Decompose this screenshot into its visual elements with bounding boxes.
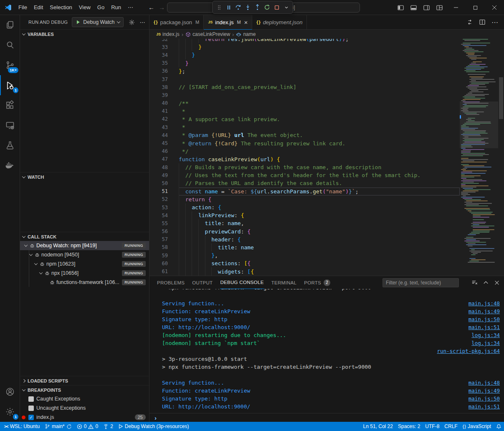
- minimap-slider[interactable]: [460, 101, 498, 148]
- debug-settings-gear-icon[interactable]: [129, 19, 135, 25]
- line-number[interactable]: 55: [149, 221, 168, 226]
- breadcrumb-file[interactable]: JS index.js: [156, 31, 180, 37]
- console-source-link[interactable]: main.js:50: [469, 316, 500, 322]
- code-gutter[interactable]: 61: [149, 269, 179, 274]
- console-filter-input[interactable]: Filter (e.g. text, !exclude): [382, 278, 459, 287]
- encoding-status[interactable]: UTF-8: [423, 422, 442, 431]
- call-stack-session[interactable]: functions-framework [106...RUNNING: [20, 278, 149, 287]
- drag-grip-icon[interactable]: [214, 3, 224, 13]
- cursor-position[interactable]: Ln 51, Col 22: [361, 422, 395, 431]
- code-gutter[interactable]: 57: [149, 236, 179, 242]
- line-number[interactable]: 48: [149, 165, 168, 170]
- code-gutter[interactable]: 50: [149, 180, 179, 186]
- line-number[interactable]: 46: [149, 148, 168, 154]
- line-number[interactable]: 39: [149, 92, 168, 98]
- line-number[interactable]: 60: [149, 261, 168, 266]
- console-line[interactable]: [149, 292, 504, 299]
- line-number[interactable]: 59: [149, 253, 168, 259]
- chevron-down-icon[interactable]: [23, 244, 29, 247]
- console-source-link[interactable]: main.js:49: [469, 388, 500, 394]
- line-number[interactable]: 52: [149, 196, 168, 202]
- forward-arrow-icon[interactable]: →: [159, 4, 165, 11]
- git-branch-status[interactable]: main*: [42, 422, 74, 431]
- line-number[interactable]: 40: [149, 100, 168, 106]
- section-call-stack[interactable]: CALL STACK: [20, 232, 149, 241]
- code-line[interactable]: 59},: [149, 251, 460, 259]
- menu-item-go[interactable]: Go: [94, 3, 108, 12]
- breakpoint-checkbox[interactable]: [28, 406, 34, 411]
- toggle-panel-icon[interactable]: [410, 4, 417, 11]
- code-gutter[interactable]: 36: [149, 68, 179, 74]
- console-line[interactable]: [nodemon] starting `npm start`log.js:34: [149, 339, 504, 347]
- line-number[interactable]: 32: [149, 39, 168, 42]
- console-line[interactable]: Signature type: httpmain.js:50: [149, 315, 504, 323]
- console-line[interactable]: Signature type: httpmain.js:50: [149, 395, 504, 403]
- console-line[interactable]: URL: http://localhost:9000/main.js:51: [149, 323, 504, 331]
- scrollbar-thumb[interactable]: [499, 77, 503, 119]
- code-line[interactable]: 44 * @param {!URL} url The event object.: [149, 131, 460, 139]
- chevron-down-icon[interactable]: [38, 272, 44, 274]
- code-line[interactable]: 56previewCard: {: [149, 228, 460, 236]
- code-line[interactable]: 61widgets: [{: [149, 267, 460, 275]
- maximize-button[interactable]: [466, 0, 485, 15]
- code-gutter[interactable]: 32: [149, 39, 179, 42]
- code-line[interactable]: 55title: name,: [149, 219, 460, 227]
- code-gutter[interactable]: 48: [149, 165, 179, 170]
- console-line[interactable]: [nodemon] restarting due to changes...lo…: [149, 331, 504, 339]
- notifications-bell[interactable]: [494, 422, 504, 431]
- code-line[interactable]: 35}: [149, 59, 460, 67]
- breakpoint-row[interactable]: ✓index.js25: [20, 413, 149, 422]
- menu-item-run[interactable]: Run: [108, 3, 124, 12]
- code-gutter[interactable]: 46: [149, 148, 179, 154]
- code-gutter[interactable]: 42: [149, 116, 179, 122]
- close-button[interactable]: [485, 0, 504, 15]
- open-changes-icon[interactable]: [466, 19, 473, 25]
- line-number[interactable]: 34: [149, 52, 168, 58]
- console-source-link[interactable]: main.js:50: [469, 396, 500, 402]
- activity-accounts[interactable]: [0, 382, 20, 402]
- console-source-link[interactable]: main.js:48: [469, 300, 500, 307]
- console-line[interactable]: run-script-pkg.js:64: [149, 347, 504, 355]
- breakpoint-checkbox[interactable]: ✓: [28, 415, 34, 420]
- line-number[interactable]: 37: [149, 76, 168, 82]
- minimap[interactable]: [460, 39, 498, 276]
- console-source-link[interactable]: main.js:49: [469, 308, 500, 314]
- code-line[interactable]: 60sections: [{: [149, 259, 460, 267]
- call-stack-session[interactable]: nodemon [9450]RUNNING: [20, 250, 149, 259]
- code-line[interactable]: 33}: [149, 43, 460, 51]
- close-tab-icon[interactable]: ×: [244, 19, 248, 25]
- chevron-down-icon[interactable]: [33, 263, 39, 265]
- menu-item-edit[interactable]: Edit: [30, 3, 46, 12]
- code-line[interactable]: 58title: name: [149, 243, 460, 251]
- console-source-link[interactable]: main.js:51: [469, 324, 500, 330]
- step-out-icon[interactable]: [253, 3, 262, 13]
- panel-tab-terminal[interactable]: TERMINAL: [271, 276, 297, 289]
- close-panel-icon[interactable]: [494, 280, 500, 286]
- line-number[interactable]: 45: [149, 140, 168, 146]
- console-source-link[interactable]: log.js:34: [471, 332, 500, 338]
- section-variables[interactable]: VARIABLES: [20, 29, 149, 38]
- menu-item-[interactable]: ⋯: [124, 3, 137, 12]
- code-line[interactable]: 52return {: [149, 195, 460, 203]
- code-gutter[interactable]: 41: [149, 108, 179, 114]
- console-line[interactable]: URL: http://localhost:9000/main.js:51: [149, 403, 504, 411]
- code-line[interactable]: 53action: {: [149, 203, 460, 211]
- line-number[interactable]: 51: [149, 188, 168, 194]
- code-gutter[interactable]: 37: [149, 76, 179, 82]
- code-gutter[interactable]: 43: [149, 124, 179, 130]
- code-gutter[interactable]: 38: [149, 84, 179, 90]
- restart-icon[interactable]: [262, 3, 272, 13]
- line-number[interactable]: 38: [149, 84, 168, 90]
- line-number[interactable]: 56: [149, 228, 168, 234]
- ports-status[interactable]: 2: [101, 422, 116, 431]
- code-gutter[interactable]: 58: [149, 244, 179, 250]
- code-gutter[interactable]: 52: [149, 196, 179, 202]
- code-line[interactable]: 40/**: [149, 99, 460, 107]
- line-number[interactable]: 49: [149, 172, 168, 178]
- menu-item-file[interactable]: File: [15, 3, 30, 12]
- code-line[interactable]: 47function caseLinkPreview(url) {: [149, 155, 460, 163]
- code-gutter[interactable]: 49: [149, 172, 179, 178]
- line-number[interactable]: 57: [149, 236, 168, 242]
- console-source-link[interactable]: log.js:34: [471, 340, 500, 346]
- code-line[interactable]: 48// Builds a preview card with the case…: [149, 163, 460, 171]
